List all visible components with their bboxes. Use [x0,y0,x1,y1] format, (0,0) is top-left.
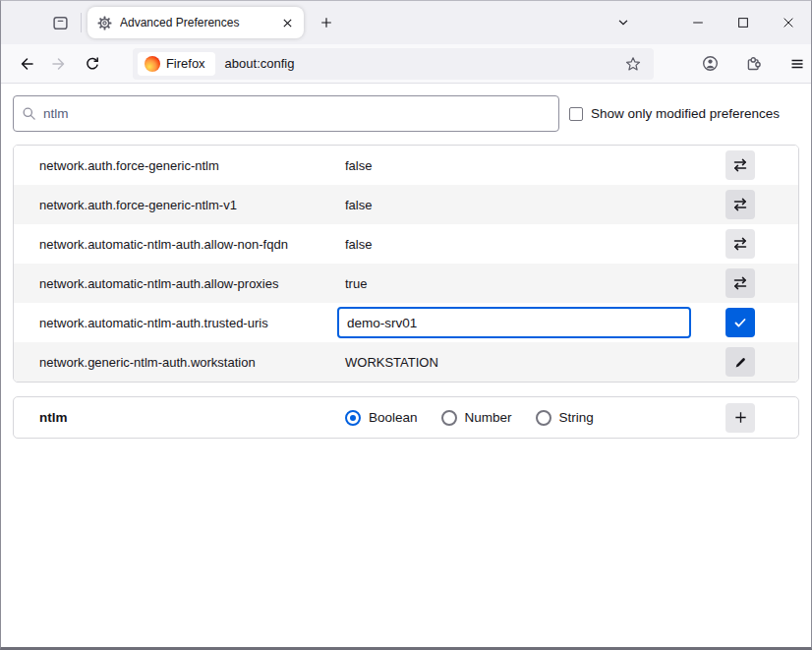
new-tab-button[interactable] [312,8,341,37]
chevron-down-icon [616,16,630,30]
puzzle-icon [745,55,762,72]
maximize-button[interactable] [721,6,766,39]
about-config-page: Show only modified preferences network.a… [1,84,811,647]
add-preference-row: ntlm Boolean Number String [13,396,799,439]
radio-boolean-label: Boolean [369,410,418,425]
toggle-button[interactable] [725,190,755,219]
pref-value: false [345,237,725,252]
toggle-button[interactable] [725,229,755,259]
identity-chip[interactable]: Firefox [138,52,215,76]
forward-button[interactable] [46,50,74,78]
firefox-view-icon [52,15,69,31]
extensions-button[interactable] [740,50,768,78]
toggle-arrows-icon [732,275,748,291]
tab-title: Advanced Preferences [120,16,276,30]
toggle-button[interactable] [725,268,755,298]
firefox-logo-icon [145,56,160,72]
pref-name: network.automatic-ntlm-auth.trusted-uris [14,316,345,330]
save-button[interactable] [725,308,755,337]
radio-option-string[interactable]: String [536,410,594,426]
close-window-button[interactable] [766,6,811,39]
pref-edit-input[interactable] [337,307,691,338]
back-arrow-icon [19,56,34,72]
pref-row: network.auth.force-generic-ntlm-v1 false [14,185,798,224]
minimize-icon [691,16,705,30]
tab-advanced-preferences[interactable]: Advanced Preferences [87,7,304,38]
edit-button[interactable] [725,347,755,377]
identity-label: Firefox [166,56,205,71]
close-icon [282,18,293,29]
preferences-table: network.auth.force-generic-ntlm false ne… [13,145,799,383]
radio-option-boolean[interactable]: Boolean [345,410,418,426]
pref-name: network.auth.force-generic-ntlm [14,158,345,173]
firefox-view-button[interactable] [44,7,76,38]
pref-row: network.automatic-ntlm-auth.allow-non-fq… [14,224,798,264]
search-input[interactable] [43,106,551,121]
pref-name: network.generic-ntlm-auth.workstation [14,355,345,370]
toggle-arrows-icon [732,236,748,252]
minimize-button[interactable] [675,6,721,39]
account-icon [702,55,719,72]
url-bar[interactable]: Firefox about:config [133,48,654,80]
pref-name: network.automatic-ntlm-auth.allow-proxie… [14,276,345,291]
bookmark-button[interactable] [620,51,646,77]
forward-arrow-icon [51,56,67,72]
pref-type-radio-group: Boolean Number String [345,410,725,426]
reload-icon [85,56,100,72]
account-button[interactable] [697,50,725,78]
pref-value: false [345,158,725,173]
search-row: Show only modified preferences [13,95,799,132]
reload-button[interactable] [79,50,106,78]
radio-number-label: Number [465,410,512,425]
pref-row: network.automatic-ntlm-auth.allow-proxie… [14,264,798,303]
browser-window: Advanced Preferences [0,0,812,650]
gear-icon [97,16,112,30]
tab-bar: Advanced Preferences [1,1,811,44]
close-icon [782,16,795,30]
toggle-arrows-icon [732,197,748,212]
pref-value: false [345,198,725,212]
pref-name: network.auth.force-generic-ntlm-v1 [14,198,345,212]
pencil-icon [733,355,748,370]
pref-value: true [345,276,725,291]
tab-close-button[interactable] [276,12,298,33]
show-modified-label: Show only modified preferences [591,106,780,121]
add-preference-button[interactable] [725,403,755,433]
hamburger-icon [789,56,805,72]
plus-icon [733,410,748,425]
radio-boolean-icon[interactable] [345,410,361,426]
pref-name: network.automatic-ntlm-auth.allow-non-fq… [14,237,345,252]
check-icon [732,315,748,330]
pref-row: network.auth.force-generic-ntlm false [14,146,798,185]
show-modified-checkbox-wrap[interactable]: Show only modified preferences [569,106,780,121]
pref-row-editing: network.automatic-ntlm-auth.trusted-uris [14,303,798,342]
back-button[interactable] [13,50,40,78]
show-modified-checkbox[interactable] [569,107,583,121]
new-pref-name: ntlm [14,410,345,425]
toggle-arrows-icon [732,157,748,173]
radio-option-number[interactable]: Number [441,410,512,426]
pref-value: WORKSTATION [345,355,725,370]
toolbar-right-icons [697,50,811,78]
magnifier-icon [22,106,36,121]
search-box[interactable] [13,95,559,132]
toggle-button[interactable] [725,150,755,180]
radio-string-label: String [559,410,594,425]
radio-number-icon[interactable] [441,410,457,426]
plus-icon [319,16,333,30]
url-text[interactable]: about:config [225,56,620,71]
tab-separator [81,13,82,32]
pref-row: network.generic-ntlm-auth.workstation WO… [14,342,798,382]
navigation-toolbar: Firefox about:config [1,44,811,84]
menu-button[interactable] [783,50,811,78]
star-icon [625,56,641,72]
list-all-tabs-button[interactable] [610,10,636,35]
maximize-icon [736,16,750,30]
radio-string-icon[interactable] [536,410,551,426]
